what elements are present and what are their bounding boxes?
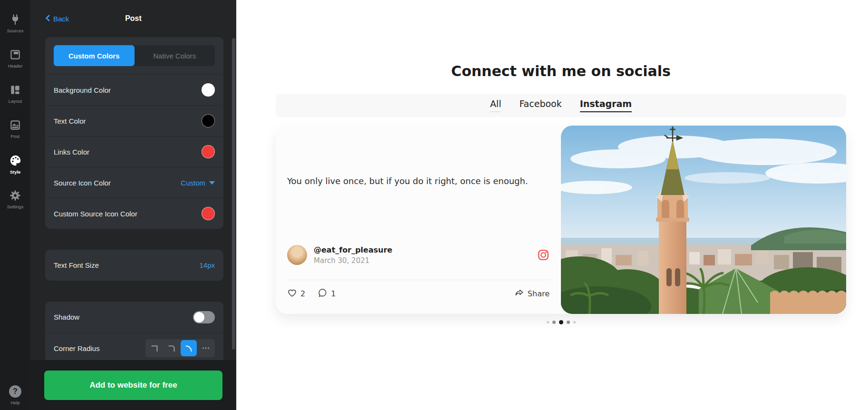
palette-icon bbox=[9, 154, 22, 167]
sidebar-item-sources[interactable]: Sources bbox=[0, 6, 30, 41]
sidebar-item-label: Post bbox=[10, 134, 19, 139]
sidebar-item-settings[interactable]: Settings bbox=[0, 182, 30, 217]
social-feed-widget: Connect with me on socials All Facebook … bbox=[276, 63, 846, 324]
pagination-dot[interactable] bbox=[573, 321, 576, 323]
sidebar-item-label: Sources bbox=[7, 28, 24, 33]
pagination-dots bbox=[276, 320, 846, 324]
divider bbox=[287, 280, 550, 280]
comment-icon bbox=[318, 288, 328, 300]
custom-colors-button[interactable]: Custom Colors bbox=[54, 45, 135, 66]
widget-preview: Connect with me on socials All Facebook … bbox=[236, 0, 868, 410]
sidebar-item-label: Style bbox=[10, 169, 21, 175]
instagram-icon[interactable] bbox=[537, 249, 550, 261]
text-color-row[interactable]: Text Color bbox=[45, 105, 223, 136]
post-photo[interactable] bbox=[561, 126, 846, 314]
header-icon bbox=[9, 49, 21, 61]
back-label: Back bbox=[53, 15, 69, 23]
shadow-row[interactable]: Shadow bbox=[45, 302, 223, 332]
post-author-row: @eat_for_pleasure March 30, 2021 bbox=[287, 245, 550, 265]
likes-count: 2 bbox=[300, 289, 305, 298]
add-to-website-button[interactable]: Add to website for free bbox=[44, 371, 222, 400]
panel-footer: Add to website for free bbox=[30, 360, 236, 410]
share-icon bbox=[514, 288, 524, 300]
post-card: You only live once, but if you do it rig… bbox=[276, 126, 846, 314]
font-size-card: Text Font Size 14px bbox=[45, 250, 223, 281]
likes-button[interactable]: 2 bbox=[287, 288, 305, 300]
back-button[interactable]: Back bbox=[45, 14, 69, 23]
sidebar-item-label: Header bbox=[8, 63, 22, 68]
background-color-row[interactable]: Background Color bbox=[45, 74, 223, 105]
sidebar: Sources Header Layout Post Style Setting… bbox=[0, 0, 30, 410]
share-label: Share bbox=[528, 289, 550, 298]
post-content: You only live once, but if you do it rig… bbox=[276, 126, 561, 314]
native-colors-button[interactable]: Native Colors bbox=[135, 45, 215, 66]
chevron-left-icon bbox=[45, 14, 50, 23]
sidebar-item-help[interactable]: ? Help bbox=[0, 385, 30, 405]
author-handle[interactable]: @eat_for_pleasure bbox=[314, 245, 392, 254]
sidebar-item-label: Settings bbox=[7, 204, 23, 209]
pagination-dot[interactable] bbox=[567, 321, 570, 324]
panel-scroll-area: Custom Colors Native Colors Background C… bbox=[30, 37, 236, 360]
sidebar-item-post[interactable]: Post bbox=[0, 111, 30, 146]
source-icon-color-dropdown[interactable]: Custom bbox=[181, 179, 215, 187]
heart-icon bbox=[287, 288, 297, 300]
share-button[interactable]: Share bbox=[514, 288, 550, 300]
tab-all[interactable]: All bbox=[490, 98, 502, 112]
layout-icon bbox=[9, 84, 21, 96]
corner-sharp-icon[interactable] bbox=[146, 340, 163, 356]
post-text: You only live once, but if you do it rig… bbox=[287, 175, 550, 187]
text-font-size-row[interactable]: Text Font Size 14px bbox=[45, 250, 223, 281]
source-icon-color-row[interactable]: Source Icon Color Custom bbox=[45, 167, 223, 198]
image-icon bbox=[9, 119, 21, 131]
custom-source-icon-color-row[interactable]: Custom Source Icon Color bbox=[45, 198, 223, 229]
comments-button[interactable]: 1 bbox=[318, 288, 336, 300]
widget-title: Connect with me on socials bbox=[276, 63, 846, 79]
panel-scrollbar[interactable] bbox=[232, 38, 235, 350]
links-color-swatch[interactable] bbox=[202, 145, 215, 158]
sidebar-item-layout[interactable]: Layout bbox=[0, 76, 30, 111]
corner-rounded-icon[interactable] bbox=[181, 340, 197, 356]
color-mode-segmented-control: Custom Colors Native Colors bbox=[54, 45, 215, 66]
sidebar-item-style[interactable]: Style bbox=[0, 146, 30, 182]
chevron-down-icon bbox=[209, 181, 215, 185]
corner-small-radius-icon[interactable] bbox=[164, 340, 180, 356]
tab-facebook[interactable]: Facebook bbox=[519, 98, 561, 112]
background-color-swatch[interactable] bbox=[202, 83, 215, 97]
settings-panel: Back Post Custom Colors Native Colors Ba… bbox=[30, 0, 236, 410]
text-color-swatch[interactable] bbox=[202, 114, 215, 127]
appearance-card: Shadow Corner Radius bbox=[45, 302, 223, 360]
app-window: Sources Header Layout Post Style Setting… bbox=[0, 0, 868, 410]
panel-header: Back Post bbox=[30, 0, 236, 37]
pagination-dot[interactable] bbox=[559, 320, 563, 324]
gear-icon bbox=[9, 189, 21, 202]
text-font-size-value[interactable]: 14px bbox=[199, 261, 215, 269]
corner-more-icon[interactable] bbox=[198, 340, 214, 356]
sidebar-item-label: Help bbox=[10, 400, 20, 405]
pagination-dot[interactable] bbox=[547, 321, 549, 323]
source-filter-tabbar: All Facebook Instagram bbox=[276, 94, 846, 117]
shadow-toggle[interactable] bbox=[193, 311, 215, 323]
corner-radius-options bbox=[145, 339, 215, 357]
plug-icon bbox=[9, 13, 21, 26]
colors-card: Custom Colors Native Colors Background C… bbox=[45, 37, 223, 229]
avatar[interactable] bbox=[287, 245, 307, 265]
sidebar-item-header[interactable]: Header bbox=[0, 41, 30, 76]
links-color-row[interactable]: Links Color bbox=[45, 136, 223, 167]
corner-radius-row[interactable]: Corner Radius bbox=[45, 332, 223, 360]
sidebar-item-label: Layout bbox=[9, 98, 22, 104]
toggle-knob bbox=[194, 312, 204, 322]
question-icon: ? bbox=[9, 385, 21, 398]
pagination-dot[interactable] bbox=[552, 321, 556, 324]
comments-count: 1 bbox=[331, 289, 336, 298]
tab-instagram[interactable]: Instagram bbox=[580, 98, 632, 112]
engagement-row: 2 1 Share bbox=[287, 288, 550, 300]
post-date: March 30, 2021 bbox=[314, 256, 392, 265]
custom-source-icon-color-swatch[interactable] bbox=[202, 207, 215, 220]
